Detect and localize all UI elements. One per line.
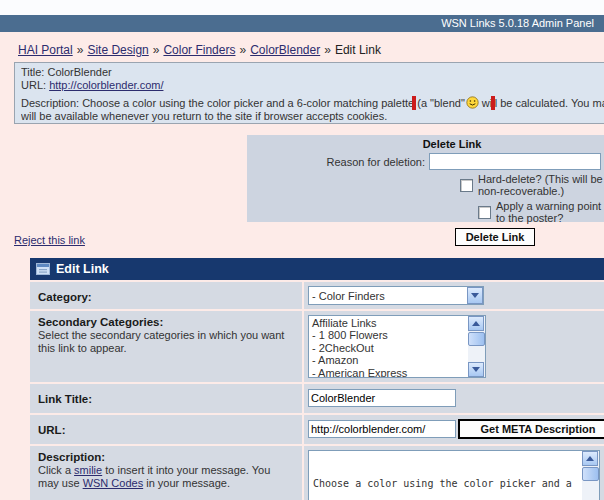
description-help: Click a smilie to insert it into your me… — [38, 464, 294, 490]
link-title-row: Link Title: — [30, 384, 604, 413]
reason-row: Reason for deletion: — [247, 153, 604, 170]
secondary-categories-listbox[interactable]: Affiliate Links - 1 800 Flowers - 2Check… — [308, 315, 486, 378]
chevron-up-icon — [586, 456, 594, 461]
wsn-codes-link[interactable]: WSN Codes — [83, 477, 144, 489]
category-label: Category: — [38, 291, 92, 303]
secondary-categories-help: Select the secondary categories in which… — [38, 329, 294, 355]
link-title-label: Link Title: — [38, 393, 92, 405]
secondary-categories-row: Secondary Categories: Select the seconda… — [30, 311, 604, 382]
help-text: Click a — [38, 464, 74, 476]
category-field-cell: - Color Finders — [304, 282, 604, 309]
breadcrumb: HAI Portal»Site Design»Color Finders»Col… — [0, 32, 604, 57]
breadcrumb-link-colorblender[interactable]: ColorBlender — [250, 43, 320, 57]
info-desc-label: Description: — [21, 97, 79, 109]
breadcrumb-link-color-finders[interactable]: Color Finders — [163, 43, 235, 57]
category-select[interactable]: - Color Finders — [308, 286, 484, 305]
info-title-value: ColorBlender — [44, 66, 111, 78]
listbox-options: Affiliate Links - 1 800 Flowers - 2Check… — [309, 316, 468, 377]
delete-link-panel: Delete Link Reason for deletion: Hard-de… — [247, 135, 604, 222]
scrollbar-thumb[interactable] — [582, 467, 599, 481]
hard-delete-label: Hard-delete? (This will be non-recoverab… — [478, 173, 604, 197]
smiley-icon — [466, 96, 479, 109]
reject-this-link[interactable]: Reject this link — [14, 234, 85, 246]
scrollbar-track[interactable] — [582, 482, 599, 500]
edit-link-header: Edit Link — [30, 258, 604, 280]
category-label-cell: Category: — [30, 282, 302, 309]
info-title-label: Title: — [21, 66, 44, 78]
scrollbar-thumb[interactable] — [468, 332, 485, 346]
app-titlebar: WSN Links 5.0.18 Admin Panel — [0, 15, 604, 32]
url-label: URL: — [38, 424, 65, 436]
warning-point-label: Apply a warning point to the poster? — [496, 200, 604, 224]
link-info-box: Title: ColorBlender URL: http://colorble… — [14, 62, 604, 124]
breadcrumb-separator: » — [239, 43, 246, 57]
url-row: URL: Get META Description — [30, 415, 604, 444]
description-textarea[interactable]: Choose a color using the color picker an… — [308, 450, 600, 500]
description-field-cell: Choose a color using the color picker an… — [304, 446, 604, 500]
breadcrumb-separator: » — [153, 43, 160, 57]
info-desc-before: Choose a color using the color picker an… — [79, 97, 417, 109]
category-row: Category: - Color Finders — [30, 282, 604, 309]
info-url-label: URL: — [21, 79, 46, 91]
reason-input[interactable] — [429, 153, 601, 170]
url-label-cell: URL: — [30, 415, 302, 444]
scroll-down-button[interactable] — [468, 362, 484, 377]
form-window-icon — [36, 263, 50, 275]
hard-delete-checkbox[interactable] — [460, 179, 473, 192]
info-description-line: Description: Choose a color using the co… — [21, 96, 604, 110]
description-text: Choose a color using the color picker an… — [309, 451, 582, 500]
breadcrumb-separator: » — [324, 43, 331, 57]
breadcrumb-link-hai-portal[interactable]: HAI Portal — [18, 43, 73, 57]
textarea-scrollbar[interactable] — [582, 451, 599, 500]
category-selected-value: - Color Finders — [309, 290, 467, 302]
breadcrumb-separator: » — [77, 43, 84, 57]
list-option[interactable]: - Amazon — [312, 354, 468, 366]
info-url-line: URL: http://colorblender.com/ — [21, 79, 604, 92]
secondary-categories-label: Secondary Categories: — [38, 316, 294, 328]
info-desc-highlight: (a "blend" — [417, 97, 465, 109]
list-option[interactable]: - 1 800 Flowers — [312, 329, 468, 341]
chevron-down-icon — [471, 293, 479, 298]
link-title-label-cell: Link Title: — [30, 384, 302, 413]
url-field-cell: Get META Description — [304, 415, 604, 444]
app-title: WSN Links 5.0.18 Admin Panel — [441, 17, 594, 29]
get-meta-description-button[interactable]: Get META Description — [458, 419, 604, 439]
scroll-up-button[interactable] — [468, 316, 484, 331]
info-desc-after: will be calculated. You may switch to Di… — [479, 97, 604, 109]
smilie-link[interactable]: smilie — [74, 464, 102, 476]
list-option[interactable]: - 2CheckOut — [312, 342, 468, 354]
ta-line: Choose a color using the color picker an… — [313, 478, 582, 490]
breadcrumb-link-site-design[interactable]: Site Design — [87, 43, 148, 57]
select-dropdown-button[interactable] — [467, 287, 483, 304]
list-option[interactable]: Affiliate Links — [312, 317, 468, 329]
delete-link-button[interactable]: Delete Link — [455, 228, 535, 246]
chevron-up-icon — [472, 321, 480, 326]
link-title-input[interactable] — [308, 389, 456, 407]
scrollbar-track[interactable] — [468, 347, 485, 362]
scroll-up-button[interactable] — [582, 451, 598, 466]
info-title-line: Title: ColorBlender — [21, 66, 604, 79]
highlighted-phrase: (a "blend" — [417, 97, 479, 109]
description-row: Description: Click a smilie to insert it… — [30, 446, 604, 500]
reason-label: Reason for deletion: — [327, 156, 425, 168]
delete-panel-title: Delete Link — [247, 138, 604, 150]
breadcrumb-current: Edit Link — [335, 43, 381, 57]
admin-panel-page: WSN Links 5.0.18 Admin Panel HAI Portal»… — [0, 0, 604, 500]
description-label-cell: Description: Click a smilie to insert it… — [30, 446, 302, 500]
link-title-field-cell — [304, 384, 604, 413]
warning-point-checkbox[interactable] — [478, 206, 491, 219]
url-input[interactable] — [308, 420, 456, 438]
top-strip — [0, 0, 604, 15]
edit-link-header-label: Edit Link — [56, 262, 109, 276]
warning-point-row: Apply a warning point to the poster? — [478, 200, 604, 224]
listbox-scrollbar[interactable] — [468, 316, 485, 377]
list-option[interactable]: - American Express — [312, 367, 468, 377]
secondary-field-cell: Affiliate Links - 1 800 Flowers - 2Check… — [304, 311, 604, 382]
secondary-label-cell: Secondary Categories: Select the seconda… — [30, 311, 302, 382]
description-label: Description: — [38, 451, 294, 463]
info-url-link[interactable]: http://colorblender.com/ — [49, 79, 163, 91]
help-text: in your message. — [143, 477, 230, 489]
edit-link-form: Edit Link Category: - Color Finders Seco… — [30, 258, 604, 500]
hard-delete-row: Hard-delete? (This will be non-recoverab… — [460, 173, 604, 197]
info-description-line2: will be available whenever you return to… — [21, 110, 604, 123]
